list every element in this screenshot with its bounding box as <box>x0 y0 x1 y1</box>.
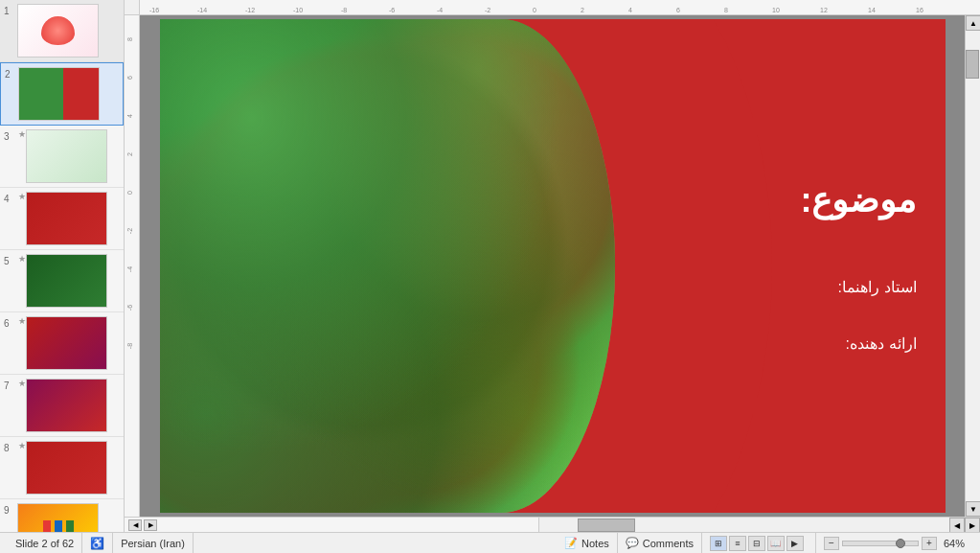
slide-panel: 1 2 3 ★ <box>0 0 125 532</box>
star-icon-8: ★ <box>18 441 26 450</box>
slide-number-9: 9 <box>4 505 17 516</box>
presenter-label: ارائه دهنده: <box>846 334 917 353</box>
ruler-corner <box>125 0 140 15</box>
slide-item-2[interactable]: 2 <box>0 62 124 126</box>
language-text: Persian (Iran) <box>121 538 185 549</box>
ruler-horizontal: -16 -14 -12 -10 -8 -6 -4 -2 0 2 4 <box>140 0 980 15</box>
notes-button[interactable]: 📝 Notes <box>557 533 618 553</box>
scrollbar-horizontal-row: ◀ ▶ ◀ ▶ <box>125 517 980 532</box>
scrollbar-vertical: ▲ ▼ <box>965 15 980 517</box>
notes-label: Notes <box>581 538 609 549</box>
ruler-top: -16 -14 -12 -10 -8 -6 -4 -2 0 2 4 <box>125 0 980 15</box>
slide-number-4: 4 <box>4 194 17 204</box>
scrollbar-horizontal <box>538 518 949 532</box>
svg-text:6: 6 <box>126 76 133 80</box>
svg-text:12: 12 <box>820 7 828 13</box>
comments-label: Comments <box>643 538 694 549</box>
star-icon-5: ★ <box>18 254 26 264</box>
comments-button[interactable]: 💬 Comments <box>618 533 702 553</box>
slideshow-button[interactable]: ▶ <box>786 536 804 551</box>
svg-text:-12: -12 <box>245 7 255 13</box>
star-icon-3: ★ <box>18 129 26 139</box>
scroll-tab-left[interactable]: ◀ <box>128 519 142 531</box>
svg-text:-6: -6 <box>126 305 133 311</box>
slide-item-5[interactable]: 5 ★ <box>0 250 124 312</box>
slide-item-1[interactable]: 1 <box>0 0 124 62</box>
view-mode-area: ⊞ ≡ ⊟ 📖 ▶ <box>702 533 816 553</box>
svg-text:-2: -2 <box>485 7 490 13</box>
scroll-thumb-h[interactable] <box>578 518 635 532</box>
accessibility-icon: ♿ <box>90 537 104 550</box>
zoom-controls: − + 64% <box>824 537 965 550</box>
outline-view-button[interactable]: ≡ <box>729 536 746 551</box>
scroll-track-v <box>966 31 980 501</box>
svg-text:0: 0 <box>126 191 133 195</box>
slide-item-7[interactable]: 7 ★ <box>0 375 124 437</box>
star-icon-4: ★ <box>18 192 26 201</box>
slide-thumb-6 <box>26 316 107 370</box>
star-icon-6: ★ <box>18 316 26 326</box>
app-container: 1 2 3 ★ <box>0 0 980 553</box>
slide-item-9[interactable]: 9 <box>0 499 124 532</box>
scroll-tab-right[interactable]: ▶ <box>144 519 157 531</box>
svg-text:4: 4 <box>628 7 632 13</box>
slide-number-2: 2 <box>5 69 18 80</box>
accessibility-icon-area[interactable]: ♿ <box>82 533 113 553</box>
ruler-vertical: 8 6 4 2 0 -2 -4 -6 -8 <box>125 15 140 517</box>
zoom-slider-thumb[interactable] <box>896 539 905 548</box>
zoom-out-button[interactable]: − <box>824 537 839 550</box>
notes-icon: 📝 <box>564 537 578 549</box>
slide-scroll-tabs: ◀ ▶ <box>125 518 538 532</box>
svg-text:8: 8 <box>724 7 728 13</box>
main-area: 1 2 3 ★ <box>0 0 980 532</box>
slide-canvas-area: موضوع: استاد راهنما: ارائه دهنده: <box>140 15 965 517</box>
slide-item-4[interactable]: 4 ★ <box>0 188 124 250</box>
svg-text:-10: -10 <box>293 7 303 13</box>
slide-thumb-8 <box>26 441 107 495</box>
slide-thumb-4 <box>26 192 107 245</box>
comments-icon: 💬 <box>626 537 639 549</box>
slide-title: موضوع: <box>801 180 917 220</box>
svg-text:-16: -16 <box>149 7 159 13</box>
svg-text:0: 0 <box>533 7 536 13</box>
svg-text:-6: -6 <box>389 7 395 13</box>
slide-item-8[interactable]: 8 ★ <box>0 437 124 499</box>
scroll-thumb-v[interactable] <box>966 50 979 79</box>
supervisor-label: استاد راهنما: <box>838 278 917 296</box>
slide-sorter-button[interactable]: ⊟ <box>748 536 765 551</box>
svg-text:-4: -4 <box>437 7 443 13</box>
svg-text:2: 2 <box>126 152 133 156</box>
slide-number-6: 6 <box>4 318 17 329</box>
slide-info: Slide 2 of 62 <box>8 533 82 553</box>
slide-thumb-2 <box>18 67 100 121</box>
slide-info-text: Slide 2 of 62 <box>15 538 74 549</box>
normal-view-button[interactable]: ⊞ <box>710 536 727 551</box>
zoom-slider[interactable] <box>842 541 919 546</box>
content-area: -16 -14 -12 -10 -8 -6 -4 -2 0 2 4 <box>125 0 980 532</box>
svg-text:16: 16 <box>916 7 923 13</box>
slide-wrapper: موضوع: استاد راهنما: ارائه دهنده: <box>160 19 946 513</box>
slide-view-row: 8 6 4 2 0 -2 -4 -6 -8 <box>125 15 980 517</box>
svg-text:-8: -8 <box>126 343 133 349</box>
svg-text:14: 14 <box>868 7 876 13</box>
svg-text:-4: -4 <box>126 266 133 272</box>
slide-thumb-1 <box>17 4 99 58</box>
scroll-left-button[interactable]: ◀ <box>949 518 965 532</box>
scroll-right-button[interactable]: ▶ <box>965 518 980 532</box>
zoom-in-button[interactable]: + <box>922 537 937 550</box>
svg-text:8: 8 <box>126 37 133 41</box>
slide-canvas[interactable]: موضوع: استاد راهنما: ارائه دهنده: <box>160 19 946 513</box>
reading-view-button[interactable]: 📖 <box>767 536 785 551</box>
svg-text:2: 2 <box>581 7 584 13</box>
slide-item-6[interactable]: 6 ★ <box>0 312 124 375</box>
scroll-down-button[interactable]: ▼ <box>966 501 980 517</box>
slide-thumb-5 <box>26 254 107 308</box>
scroll-up-button[interactable]: ▲ <box>966 15 980 31</box>
slide-item-3[interactable]: 3 ★ <box>0 126 124 188</box>
svg-text:-8: -8 <box>341 7 347 13</box>
svg-text:4: 4 <box>126 114 133 118</box>
slide-number-3: 3 <box>4 131 17 142</box>
slide-thumb-9 <box>17 503 99 532</box>
star-icon-7: ★ <box>18 379 26 388</box>
svg-text:-14: -14 <box>197 7 207 13</box>
